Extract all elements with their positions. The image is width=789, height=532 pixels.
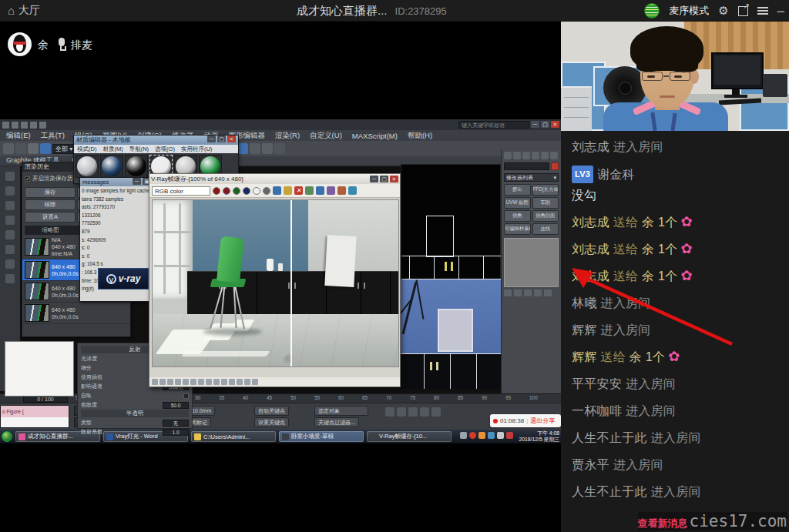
lobby-button[interactable]: ⌂ 大厅 [0, 4, 40, 18]
chat-message[interactable]: 辉辉 送给 余 1个✿ [572, 349, 789, 365]
channel-toggle-icon[interactable] [223, 187, 230, 195]
maxscript-listener[interactable]: o Figure ( [0, 405, 69, 428]
motion-tab-icon[interactable] [532, 152, 539, 159]
hierarchy-tab-icon[interactable] [522, 152, 530, 159]
taskbar-item[interactable]: C:\Users\Admini... [191, 431, 276, 442]
medit-menu-item[interactable]: 材质(M) [102, 146, 123, 153]
vfb-footer-icon[interactable] [159, 379, 166, 385]
window-tray-icon[interactable] [488, 432, 495, 439]
param-value[interactable]: 1.0 [163, 429, 189, 436]
vfb-footer-icon[interactable] [237, 379, 243, 385]
chat-message[interactable]: 一杯咖啡 进入房间 [572, 403, 789, 419]
channel-toggle-icon[interactable] [233, 187, 240, 195]
taskbar-item[interactable]: 卧室小场景-草模 [279, 431, 364, 442]
chat-message[interactable]: 刘志成 进入房间 [572, 139, 789, 155]
vfb-footer-icon[interactable] [213, 379, 220, 385]
vfb-tool-icon[interactable] [327, 186, 335, 195]
selected-filter-dropdown[interactable]: 选定对象 [314, 406, 368, 416]
history-button[interactable]: 移除 [25, 199, 76, 210]
toolbar-icon[interactable] [40, 143, 51, 154]
settings-icon[interactable]: ⚙ [718, 4, 728, 18]
vfb-tool-icon[interactable] [273, 186, 281, 195]
material-sphere[interactable] [100, 155, 123, 178]
taskbar-item[interactable]: V-Ray帧缓存-[10... [367, 431, 452, 442]
toolbar-icon[interactable] [28, 143, 39, 154]
popout-icon[interactable]: ↗ [738, 6, 748, 16]
chat-message[interactable]: 林曦 进入房间 [572, 295, 789, 311]
mic-queue-button[interactable]: 排麦 [71, 38, 92, 52]
minimize-icon[interactable]: ─ [777, 5, 784, 17]
vfb-footer-icon[interactable] [190, 379, 196, 385]
orbit-icon[interactable] [420, 407, 429, 417]
display-tab-icon[interactable] [541, 152, 549, 159]
viewport-camera[interactable] [401, 279, 501, 389]
modifier-button[interactable]: 可编辑样条线 [504, 223, 531, 235]
medit-menu-item[interactable]: 模式(D) [77, 146, 96, 153]
vfb-tool-icon[interactable] [348, 186, 357, 195]
medit-maximize-icon[interactable]: ▢ [217, 136, 226, 142]
object-name-field[interactable] [504, 162, 549, 170]
max-menu-item[interactable]: 工具(T) [41, 131, 65, 141]
webcam-video[interactable] [561, 22, 789, 131]
history-enable-checkbox[interactable]: ✓ [25, 176, 30, 182]
history-row[interactable]: 640 x 4800h,0m,0.0s [22, 303, 130, 324]
set-key-button[interactable]: 设置关键点 [254, 417, 289, 427]
vfb-minimize-icon[interactable]: ─ [370, 176, 378, 182]
vfb-footer-icon[interactable] [206, 379, 212, 385]
max-menu-item[interactable]: 编辑(E) [6, 131, 31, 141]
max-menu-item[interactable]: 自定义(U) [310, 131, 342, 141]
vfb-footer-icon[interactable] [167, 379, 173, 385]
modifier-button[interactable]: 连线 [532, 223, 559, 235]
flame-tray-icon[interactable] [478, 432, 485, 439]
medit-menu-item[interactable]: 导航(N) [129, 146, 149, 153]
material-sphere[interactable] [76, 155, 99, 178]
modifier-button[interactable]: 车削 [532, 197, 559, 209]
vfb-footer-icon[interactable] [252, 379, 258, 385]
zoom-extents-icon[interactable] [408, 407, 418, 417]
medit-close-icon[interactable]: ✕ [227, 136, 236, 142]
modifier-button[interactable]: 倒角剖面 [532, 210, 559, 222]
channel-toggle-icon[interactable] [263, 187, 270, 195]
vfb-tool-icon[interactable]: ✕ [294, 186, 303, 195]
chat-message[interactable]: 辉辉 进入房间 [572, 322, 789, 338]
toolbar-icon[interactable] [262, 143, 273, 154]
max-close-icon[interactable]: ✕ [551, 121, 559, 128]
modifier-button[interactable]: UVW 贴图 [504, 197, 531, 209]
chat-message[interactable]: 人生不止于此 进入房间 [572, 483, 789, 500]
history-button[interactable]: 设置A [25, 212, 76, 223]
chat-message[interactable]: 刘志成 送给 余 1个✿ [572, 241, 789, 257]
exit-share-button[interactable]: 退出分享 [530, 417, 555, 425]
vfb-footer-icon[interactable] [229, 379, 235, 385]
vfb-footer-icon[interactable] [152, 379, 158, 385]
zoom-icon[interactable] [397, 407, 406, 417]
chat-message[interactable]: 平平安安 进入房间 [572, 376, 789, 392]
arrow-tray-icon[interactable] [506, 432, 513, 439]
vfb-close-icon[interactable]: ✕ [390, 176, 398, 182]
pan-icon[interactable] [385, 407, 394, 417]
modifier-list-dropdown[interactable]: 修改器列表▾ [504, 173, 559, 182]
chat-panel[interactable]: 刘志成 进入房间LV3谢金科没勾刘志成 送给 余 1个✿刘志成 送给 余 1个✿… [561, 131, 789, 532]
chat-message[interactable]: 人生不止于此 进入房间 [572, 430, 789, 446]
maximize-viewport-icon[interactable] [431, 407, 441, 417]
channel-toggle-icon[interactable] [213, 187, 220, 195]
chat-message[interactable]: LV3谢金科 [572, 166, 789, 183]
vfb-footer-icon[interactable] [175, 379, 181, 385]
channel-toggle-icon[interactable] [253, 187, 260, 195]
screen-share-view[interactable]: 键入关键字或短语 ─ ▢ ✕ 编辑(E)工具(T)组(G)视图(V)创建(C)修… [0, 119, 561, 443]
chat-message[interactable]: 刘志成 送给 余 1个✿ [572, 268, 789, 284]
max-menu-item[interactable]: 帮助(H) [408, 131, 432, 141]
speaker-tray-icon[interactable] [497, 432, 504, 439]
modify-tab-icon[interactable] [513, 152, 521, 159]
toolbar-icon[interactable] [15, 143, 26, 154]
new-message-link[interactable]: 查看新消息 [638, 517, 688, 530]
param-value[interactable]: 50.0 [163, 402, 189, 409]
modifier-button[interactable]: 倒角 [504, 210, 531, 222]
modifier-button[interactable]: 挤出 [504, 184, 531, 196]
material-sphere[interactable] [125, 155, 148, 178]
vfb-tool-icon[interactable] [305, 186, 314, 195]
key-filters-button[interactable]: 关键点过滤器... [314, 417, 359, 427]
create-tab-icon[interactable] [504, 152, 512, 159]
vfb-footer-icon[interactable] [244, 379, 250, 385]
param-value[interactable]: 无 [163, 420, 189, 427]
utilities-tab-icon[interactable] [550, 152, 558, 159]
